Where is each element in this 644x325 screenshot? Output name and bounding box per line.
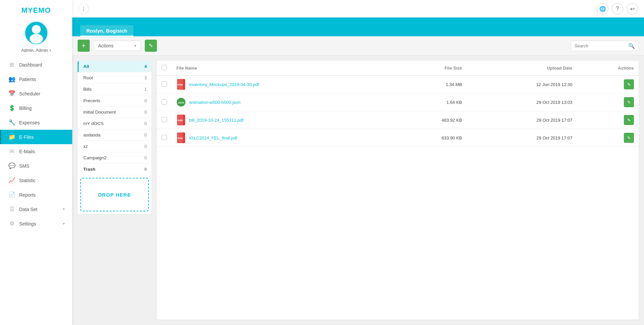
sidebar: MYEMO Admin, Admin ▾ ⊞ Dashboard 👥 Patie… <box>0 0 72 325</box>
admin-chevron: ▾ <box>49 48 51 52</box>
file-edit-button-file1[interactable]: ✎ <box>624 79 634 89</box>
svg-text:JSON: JSON <box>178 101 184 104</box>
file-edit-button-file4[interactable]: ✎ <box>624 133 634 143</box>
table-row: PDF bill_2019-10-24_155311.pdf 483.92 KB… <box>157 111 639 129</box>
admin-label[interactable]: Admin, Admin ▾ <box>21 48 51 53</box>
topbar-right: 🌐 ? ↩ <box>597 3 638 14</box>
folder-item-trash[interactable]: Trash 0 <box>78 164 152 175</box>
settings-chevron: ▾ <box>63 221 65 226</box>
file-link-file1[interactable]: Inventory_Mockups_2019-04-30.pdf <box>189 82 259 87</box>
folder-item-my-docs[interactable]: mY dOCS 0 <box>78 118 152 129</box>
add-button[interactable]: + <box>78 40 90 52</box>
file-checkbox-file4[interactable] <box>162 135 167 140</box>
sidebar-item-reports[interactable]: 📄 Reports <box>0 188 72 202</box>
expenses-icon: 🔧 <box>8 119 15 126</box>
settings-icon: ⚙ <box>8 220 15 227</box>
sidebar-label-expenses: Expenses <box>19 120 40 125</box>
header-checkbox <box>157 61 172 76</box>
folder-label-my-docs: mY dOCS <box>83 121 104 126</box>
file-name-cell-file3: PDF bill_2019-10-24_155311.pdf <box>172 111 395 129</box>
add-icon: + <box>82 41 86 50</box>
edit-button[interactable]: ✎ <box>145 40 157 52</box>
file-link-file3[interactable]: bill_2019-10-24_155311.pdf <box>189 118 244 123</box>
row-checkbox-file2 <box>157 93 172 111</box>
folder-item-campaign2[interactable]: Campaign2 0 <box>78 152 152 164</box>
folder-panel: All 4 Root 3 Bills 1 Precerts 0 Initial … <box>78 61 152 214</box>
folder-count-campaign2: 0 <box>144 155 147 160</box>
sidebar-item-statistic[interactable]: 📈 Statistic <box>0 173 72 188</box>
folder-item-bills[interactable]: Bills 1 <box>78 84 152 95</box>
sidebar-item-patients[interactable]: 👥 Patients <box>0 72 72 86</box>
folder-item-asdasda[interactable]: asdasda 0 <box>78 129 152 141</box>
sidebar-item-billing[interactable]: 💲 Billing <box>0 101 72 115</box>
search-icon[interactable]: 🔍 <box>628 43 635 49</box>
svg-text:PDF: PDF <box>178 83 183 86</box>
sidebar-item-efiles[interactable]: 📁 E-Files <box>0 130 72 144</box>
folder-count-bills: 1 <box>144 87 147 92</box>
search-input[interactable] <box>574 43 628 48</box>
folder-count-all: 4 <box>144 64 147 69</box>
file-date-file4: 29 Oct 2019 17:07 <box>467 129 577 147</box>
sidebar-label-statistic: Statistic <box>19 178 36 183</box>
file-link-file2[interactable]: animation-w500-h500.json <box>189 100 240 105</box>
folder-label-initial-document: Initial Document <box>83 110 116 115</box>
patient-header: Roslyn, Bogisich <box>72 17 644 36</box>
file-actions-file3: ✎ <box>577 111 639 129</box>
efiles-icon: 📁 <box>8 133 15 140</box>
dataset-chevron: ▾ <box>63 207 65 211</box>
file-checkbox-file2[interactable] <box>162 99 167 105</box>
sidebar-label-dashboard: Dashboard <box>19 62 42 68</box>
folder-count-precerts: 0 <box>144 98 147 103</box>
logout-button[interactable]: ↩ <box>627 3 638 14</box>
statistic-icon: 📈 <box>8 177 15 184</box>
sidebar-item-expenses[interactable]: 🔧 Expenses <box>0 115 72 130</box>
file-size-file4: 633.90 KB <box>395 129 467 147</box>
pdf-icon: PDF <box>176 79 186 90</box>
table-row: PDF Inventory_Mockups_2019-04-30.pdf 1.3… <box>157 76 639 93</box>
menu-dots-button[interactable]: ⋮ <box>78 3 89 14</box>
main-content: ⋮ 🌐 ? ↩ Roslyn, Bogisich + Actions ▾ ✎ 🔍 <box>72 0 644 325</box>
help-button[interactable]: ? <box>612 3 623 14</box>
select-all-checkbox[interactable] <box>162 65 167 70</box>
sidebar-item-scheduler[interactable]: 📅 Scheduler <box>0 86 72 101</box>
drop-zone[interactable]: DROP HERE <box>80 178 149 211</box>
actions-dropdown[interactable]: Actions ▾ <box>94 41 141 51</box>
folder-item-root[interactable]: Root 3 <box>78 72 152 84</box>
sidebar-item-dashboard[interactable]: ⊞ Dashboard <box>0 57 72 72</box>
patients-icon: 👥 <box>8 76 15 83</box>
file-edit-button-file3[interactable]: ✎ <box>624 115 634 125</box>
folder-item-all[interactable]: All 4 <box>78 61 152 72</box>
folder-item-initial-document[interactable]: Initial Document 0 <box>78 107 152 118</box>
file-name-cell-file4: PDF IGLC2014_FEL_final.pdf <box>172 129 395 147</box>
file-checkbox-file1[interactable] <box>162 81 167 87</box>
folder-count-trash: 0 <box>144 167 147 172</box>
app-logo: MYEMO <box>0 0 72 17</box>
folder-label-campaign2: Campaign2 <box>83 155 106 160</box>
sidebar-item-sms[interactable]: 💬 SMS <box>0 159 72 173</box>
patient-tab[interactable]: Roslyn, Bogisich <box>80 25 133 36</box>
sidebar-label-patients: Patients <box>19 77 36 82</box>
folder-item-precerts[interactable]: Precerts 0 <box>78 95 152 107</box>
row-checkbox-file4 <box>157 129 172 147</box>
folder-item-xz[interactable]: xz 0 <box>78 141 152 152</box>
pdf-icon: PDF <box>176 132 186 143</box>
file-size-file3: 483.92 KB <box>395 111 467 129</box>
json-icon: JSON <box>176 97 186 108</box>
language-button[interactable]: 🌐 <box>597 3 608 14</box>
folder-count-asdasda: 0 <box>144 132 147 137</box>
sidebar-item-dataset[interactable]: ☰ Data Set ▾ <box>0 202 72 216</box>
file-table-header: File Name File Size Upload Date Actions <box>157 61 639 76</box>
sidebar-label-dataset: Data Set <box>19 207 37 212</box>
file-checkbox-file3[interactable] <box>162 117 167 122</box>
sidebar-item-emails[interactable]: ✉ E-Mails <box>0 144 72 159</box>
table-row: PDF IGLC2014_FEL_final.pdf 633.90 KB 29 … <box>157 129 639 147</box>
file-link-file4[interactable]: IGLC2014_FEL_final.pdf <box>189 135 237 140</box>
row-checkbox-file3 <box>157 111 172 129</box>
sidebar-item-settings[interactable]: ⚙ Settings ▾ <box>0 216 72 231</box>
dashboard-icon: ⊞ <box>8 61 15 68</box>
edit-icon: ✎ <box>149 43 153 49</box>
folder-count-root: 3 <box>144 75 147 80</box>
folder-count-initial-document: 0 <box>144 110 147 115</box>
file-edit-button-file2[interactable]: ✎ <box>624 97 634 107</box>
row-checkbox-file1 <box>157 76 172 93</box>
